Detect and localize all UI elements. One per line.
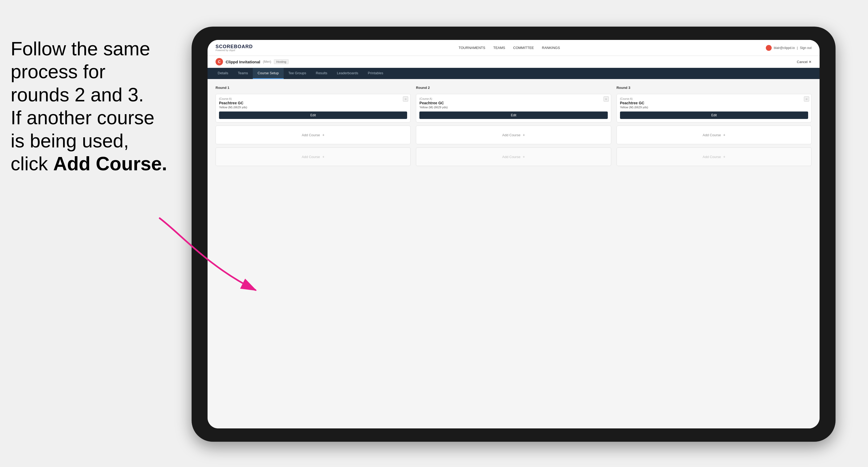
instruction-line6-bold: Add Course.: [53, 153, 167, 174]
tab-teams[interactable]: Teams: [233, 68, 253, 79]
round-2-course-name: Peachtree GC: [420, 101, 608, 105]
top-nav: SCOREBOARD Powered by clippd TOURNAMENTS…: [208, 40, 819, 56]
round-1-add-course-2-label: Add Course +: [302, 155, 324, 159]
cancel-button[interactable]: Cancel ✕: [797, 60, 812, 64]
round-1-add-course-1[interactable]: Add Course +: [216, 126, 411, 144]
round-2-course-label: (Course A): [420, 97, 608, 100]
tournament-gender: (Men): [263, 60, 271, 64]
nav-links: TOURNAMENTS TEAMS COMMITTEE RANKINGS: [459, 46, 560, 50]
logo-sub: Powered by clippd: [216, 49, 253, 52]
tab-results[interactable]: Results: [311, 68, 332, 79]
nav-rankings[interactable]: RANKINGS: [542, 46, 560, 50]
round-1-remove-button[interactable]: ○: [403, 96, 408, 102]
round-2-course-card: (Course A) Peachtree GC Yellow (M) (6629…: [416, 94, 611, 122]
instruction-line4: If another course: [11, 107, 154, 128]
round-3-course-details: Yellow (M) (6629 yds): [620, 106, 808, 109]
plus-icon-r2-2: +: [523, 155, 525, 159]
cancel-icon: ✕: [809, 60, 812, 64]
sign-out-link[interactable]: Sign out: [800, 46, 812, 50]
user-area: blair@clippd.io | Sign out: [766, 45, 812, 51]
tab-course-setup[interactable]: Course Setup: [253, 68, 284, 79]
main-content: Round 1 (Course A) Peachtree GC Yellow (…: [208, 79, 819, 428]
tournament-name: Clippd Invitational: [226, 60, 260, 64]
round-3-add-course-2-label: Add Course +: [703, 155, 725, 159]
instruction-line5: is being used,: [11, 130, 129, 151]
round-3-column: Round 3 (Course A) Peachtree GC Yellow (…: [617, 86, 812, 166]
cancel-label: Cancel: [797, 60, 808, 64]
tablet-screen: SCOREBOARD Powered by clippd TOURNAMENTS…: [208, 40, 819, 428]
round-2-add-course-2: Add Course +: [416, 148, 611, 166]
tournament-logo: C: [216, 58, 223, 65]
round-3-add-course-1[interactable]: Add Course +: [617, 126, 812, 144]
plus-icon-r3-2: +: [723, 155, 725, 159]
round-1-add-course-1-label: Add Course +: [302, 133, 324, 137]
round-1-column: Round 1 (Course A) Peachtree GC Yellow (…: [216, 86, 411, 166]
instruction-line2: process for: [11, 61, 105, 82]
round-2-remove-button[interactable]: ○: [603, 96, 609, 102]
hosting-badge: Hosting: [274, 59, 288, 64]
plus-icon-r2-1: +: [523, 133, 525, 137]
nav-teams[interactable]: TEAMS: [493, 46, 505, 50]
round-3-course-card: (Course A) Peachtree GC Yellow (M) (6629…: [617, 94, 812, 122]
sub-header: C Clippd Invitational (Men) Hosting Canc…: [208, 56, 819, 68]
round-1-course-card: (Course A) Peachtree GC Yellow (M) (6629…: [216, 94, 411, 122]
round-1-title: Round 1: [216, 86, 411, 90]
round-3-title: Round 3: [617, 86, 812, 90]
tablet-frame: SCOREBOARD Powered by clippd TOURNAMENTS…: [192, 27, 836, 442]
round-3-course-label: (Course A): [620, 97, 808, 100]
tournament-info: C Clippd Invitational (Men) Hosting: [216, 58, 289, 65]
round-3-add-course-1-label: Add Course +: [703, 133, 725, 137]
tab-tee-groups[interactable]: Tee Groups: [284, 68, 311, 79]
round-1-course-details: Yellow (M) (6629 yds): [219, 106, 407, 109]
round-2-add-course-1[interactable]: Add Course +: [416, 126, 611, 144]
round-1-course-label: (Course A): [219, 97, 407, 100]
round-2-column: Round 2 (Course A) Peachtree GC Yellow (…: [416, 86, 611, 166]
plus-icon-r1-1: +: [322, 133, 324, 137]
nav-tournaments[interactable]: TOURNAMENTS: [459, 46, 485, 50]
round-2-add-course-2-label: Add Course +: [502, 155, 525, 159]
instruction-line1: Follow the same: [11, 38, 150, 59]
nav-separator: |: [797, 46, 798, 50]
logo-text: SCOREBOARD: [216, 44, 253, 49]
round-2-title: Round 2: [416, 86, 611, 90]
logo: SCOREBOARD Powered by clippd: [216, 44, 253, 52]
logo-area: SCOREBOARD Powered by clippd: [216, 44, 253, 52]
round-2-course-details: Yellow (M) (6629 yds): [420, 106, 608, 109]
tab-leaderboards[interactable]: Leaderboards: [332, 68, 363, 79]
round-1-add-course-2: Add Course +: [216, 148, 411, 166]
user-email: blair@clippd.io: [774, 46, 795, 50]
plus-icon-r1-2: +: [322, 155, 324, 159]
round-2-edit-button[interactable]: Edit: [420, 112, 608, 119]
tab-details[interactable]: Details: [213, 68, 233, 79]
user-avatar: [766, 45, 772, 51]
instruction-text: Follow the same process for rounds 2 and…: [0, 37, 192, 175]
rounds-grid: Round 1 (Course A) Peachtree GC Yellow (…: [216, 86, 812, 166]
round-1-edit-button[interactable]: Edit: [219, 112, 407, 119]
nav-committee[interactable]: COMMITTEE: [513, 46, 534, 50]
instruction-line6-prefix: click: [11, 153, 53, 174]
instruction-line3: rounds 2 and 3.: [11, 84, 144, 105]
round-3-edit-button[interactable]: Edit: [620, 112, 808, 119]
round-1-course-name: Peachtree GC: [219, 101, 407, 105]
round-2-add-course-1-label: Add Course +: [502, 133, 525, 137]
plus-icon-r3-1: +: [723, 133, 725, 137]
round-3-remove-button[interactable]: ○: [804, 96, 809, 102]
round-3-course-name: Peachtree GC: [620, 101, 808, 105]
tab-printables[interactable]: Printables: [363, 68, 388, 79]
round-3-add-course-2: Add Course +: [617, 148, 812, 166]
tabs-bar: Details Teams Course Setup Tee Groups Re…: [208, 68, 819, 79]
